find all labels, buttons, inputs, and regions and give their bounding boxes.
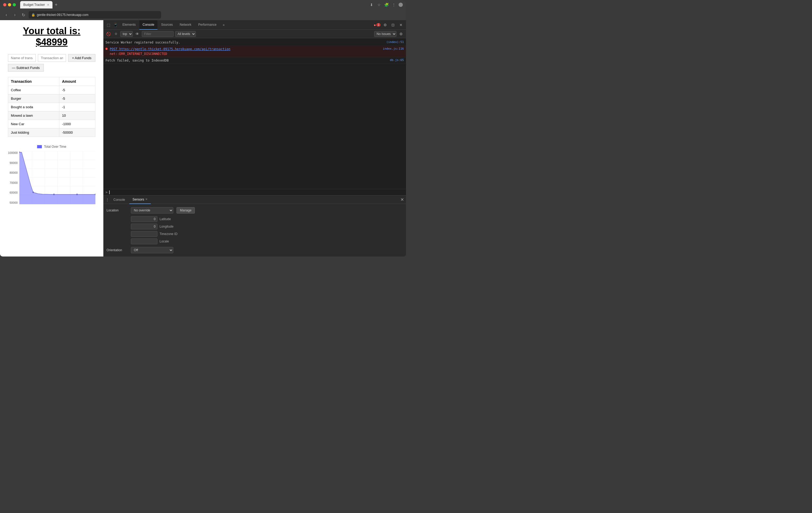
address-bar-row: ‹ › ↻ 🔒 gentle-thicket-09175.herokuapp.c… <box>0 9 406 20</box>
console-message-line1: POST https://gentle-thicket-09175.heroku… <box>110 47 381 51</box>
bottom-tab-sensors[interactable]: Sensors ✕ <box>129 195 151 204</box>
latitude-input[interactable] <box>131 216 157 222</box>
console-message-text: POST https://gentle-thicket-09175.heroku… <box>110 47 381 56</box>
orientation-row: Orientation Off <box>107 247 403 253</box>
extensions-menu-icon[interactable]: 🧩 <box>384 2 389 7</box>
transaction-name-cell: Just kidding <box>8 128 59 137</box>
devtools-settings-icon[interactable]: ⚙ <box>382 22 388 28</box>
chart-area: 1000009000080000700006000050000 <box>8 151 95 204</box>
location-override-select[interactable]: No override <box>131 207 173 214</box>
issues-selector[interactable]: No Issues <box>374 31 397 37</box>
extensions-icon[interactable]: ⬇ <box>369 2 374 7</box>
log-level-selector[interactable]: All levels <box>175 31 196 37</box>
address-bar[interactable]: 🔒 gentle-thicket-09175.herokuapp.com <box>29 11 161 19</box>
console-message-source-link[interactable]: (index):51 <box>386 40 404 45</box>
chart-legend: Total Over Time <box>8 145 95 148</box>
console-prompt: > <box>106 190 108 194</box>
active-tab[interactable]: Budget Tracker ✕ <box>20 1 53 8</box>
console-top-icon: ⊙ <box>113 31 119 37</box>
longitude-input[interactable] <box>131 224 157 230</box>
transaction-table: Transaction Amount Coffee-5Burger-5Bough… <box>8 77 95 137</box>
devtools-error-badge: ● 1 <box>374 22 380 28</box>
devtools-tab-console[interactable]: Console <box>139 20 157 30</box>
bottom-tab-console[interactable]: Console <box>110 195 128 204</box>
console-message: Fetch failed, saving to IndexedDBdb.js:6… <box>104 57 406 64</box>
manage-button[interactable]: Manage <box>176 207 195 214</box>
forward-button[interactable]: › <box>12 12 18 18</box>
new-tab-button[interactable]: + <box>55 2 58 7</box>
console-message: Service Worker registered successfully.(… <box>104 39 406 46</box>
latitude-row: Latitude <box>131 216 178 222</box>
maximize-button[interactable] <box>13 3 16 6</box>
browser-toolbar-icons: ⬇ ☆ 🧩 ⋮ <box>369 2 403 7</box>
console-settings-icon[interactable]: ⚙ <box>398 31 404 37</box>
back-button[interactable]: ‹ <box>3 12 9 18</box>
devtools-tabs: ElementsConsoleSourcesNetworkPerformance <box>119 20 220 30</box>
transaction-name-cell: New Car <box>8 120 59 128</box>
table-row: Coffee-5 <box>8 86 95 94</box>
chart-legend-label: Total Over Time <box>44 145 66 148</box>
sensors-close-icon[interactable]: ✕ <box>145 198 148 201</box>
svg-point-16 <box>76 194 78 195</box>
coordinates-row: Latitude Longitude Timezone ID <box>107 216 403 244</box>
timezone-input[interactable] <box>131 231 157 237</box>
chart-legend-color <box>37 145 42 148</box>
content-area: Your total is: $48999 + Add Funds — Subt… <box>0 20 406 256</box>
subtract-funds-button[interactable]: — Subtract Funds <box>8 64 44 72</box>
orientation-select[interactable]: Off <box>131 247 173 253</box>
transaction-name-cell: Mowed a lawn <box>8 111 59 120</box>
add-funds-button[interactable]: + Add Funds <box>68 54 95 62</box>
error-dot-icon <box>106 48 108 50</box>
minimize-button[interactable] <box>8 3 11 6</box>
chart-y-labels: 1000009000080000700006000050000 <box>8 151 18 204</box>
table-row: Burger-5 <box>8 94 95 103</box>
svg-point-15 <box>53 194 55 195</box>
transaction-name-input[interactable] <box>8 54 36 62</box>
console-message-error-url[interactable]: POST https://gentle-thicket-09175.heroku… <box>110 47 230 51</box>
devtools-dock-icon[interactable]: ⊡ <box>390 22 396 28</box>
sensors-panel: Location No override Manage Latitude <box>104 204 406 256</box>
refresh-button[interactable]: ↻ <box>20 12 27 18</box>
context-selector[interactable]: top <box>120 31 133 37</box>
devtools-tab-performance[interactable]: Performance <box>195 20 220 30</box>
bookmark-icon[interactable]: ☆ <box>376 2 382 7</box>
table-header-amount: Amount <box>59 77 95 86</box>
clear-console-icon[interactable]: 🚫 <box>106 31 111 37</box>
inspect-icon[interactable]: ⬚ <box>106 22 111 28</box>
devtools-right-icons: ● 1 ⚙ ⊡ ✕ <box>374 22 404 28</box>
close-bottom-panel-button[interactable]: ✕ <box>400 197 404 202</box>
chart-y-label: 80000 <box>8 171 18 174</box>
location-row: Location No override Manage <box>107 207 403 214</box>
devtools-tab-sources[interactable]: Sources <box>158 20 176 30</box>
close-button[interactable] <box>3 3 6 6</box>
record-icon <box>399 3 403 7</box>
console-cursor <box>109 190 110 194</box>
transaction-amount-cell: -1 <box>59 103 95 111</box>
menu-icon[interactable]: ⋮ <box>391 2 397 7</box>
devtools-close-icon[interactable]: ✕ <box>398 22 404 28</box>
console-message: POST https://gentle-thicket-09175.heroku… <box>104 46 406 57</box>
devtools-panel: ⬚ 📱 ElementsConsoleSourcesNetworkPerform… <box>104 20 406 256</box>
devtools-more-icon[interactable]: » <box>221 23 227 27</box>
page-title: Your total is: $48999 <box>8 25 95 48</box>
locale-input[interactable] <box>131 239 157 244</box>
bottom-panel-menu-icon[interactable]: ⋮ <box>106 198 109 202</box>
console-message-source-link[interactable]: db.js:65 <box>390 58 404 62</box>
device-icon[interactable]: 📱 <box>112 22 118 28</box>
transaction-name-cell: Burger <box>8 94 59 103</box>
eye-icon[interactable]: 👁 <box>134 31 140 37</box>
table-row: Mowed a lawn10 <box>8 111 95 120</box>
transaction-amount-input[interactable] <box>38 54 66 62</box>
console-filter-input[interactable] <box>142 31 174 37</box>
devtools-tab-elements[interactable]: Elements <box>119 20 139 30</box>
locale-row: Locale <box>131 239 178 244</box>
transaction-form: + Add Funds — Subtract Funds <box>8 54 95 72</box>
url-display: gentle-thicket-09175.herokuapp.com <box>37 13 88 17</box>
app-content: Your total is: $48999 + Add Funds — Subt… <box>0 20 104 256</box>
svg-point-14 <box>32 191 34 193</box>
devtools-tab-network[interactable]: Network <box>176 20 195 30</box>
bottom-panel-tabs: ⋮ Console Sensors ✕ ✕ <box>104 195 406 204</box>
timezone-row: Timezone ID <box>131 231 178 237</box>
console-message-source-link[interactable]: index.js:116 <box>383 47 404 51</box>
tab-close-icon[interactable]: ✕ <box>47 3 49 7</box>
